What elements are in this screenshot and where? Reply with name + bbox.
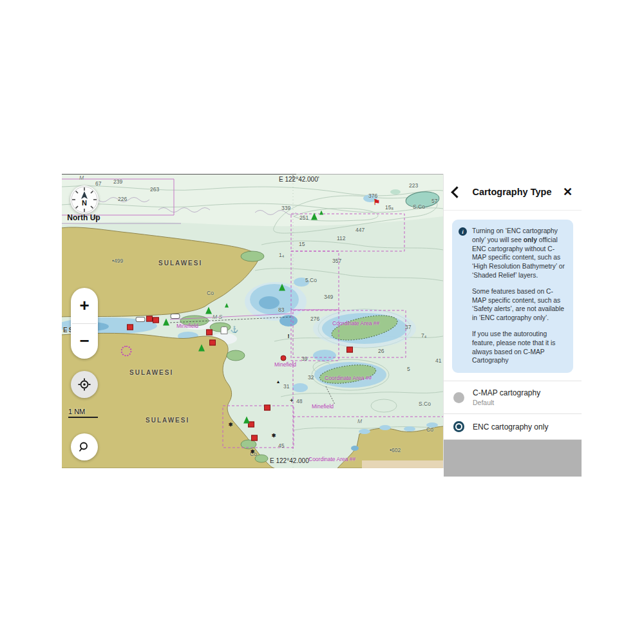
map-label: SULAWESI: [129, 370, 173, 376]
map-label: 57: [431, 198, 437, 204]
map-label: •602: [390, 448, 401, 453]
close-button[interactable]: ✕: [563, 186, 573, 198]
restricted-area-symbol: [121, 346, 132, 357]
map-label: 26: [378, 348, 384, 354]
map-label: 39: [301, 356, 307, 362]
compass-rose[interactable]: N: [70, 185, 99, 214]
map-label: 15: [299, 242, 305, 247]
map-label: 83: [278, 307, 284, 313]
search-icon: [78, 440, 91, 453]
red-buoy: [206, 330, 213, 336]
map-label: M S: [213, 314, 222, 320]
map-label: 263: [150, 187, 159, 193]
info-icon: i: [459, 227, 467, 236]
info-text: Turning on ‘ENC cartography only’ you wi…: [472, 227, 566, 365]
green-buoy: [163, 319, 169, 326]
rock-symbol: ✱: [272, 433, 276, 439]
search-button[interactable]: [71, 433, 98, 460]
scale-label: 1 NM: [68, 408, 85, 415]
green-buoy: [198, 345, 205, 352]
zoom-in-button[interactable]: +: [71, 288, 98, 323]
red-buoy: [264, 405, 270, 411]
map-label: 349: [324, 294, 333, 300]
zoom-out-button[interactable]: −: [71, 324, 98, 359]
rock-symbol: +: [290, 398, 293, 404]
red-buoy: [346, 347, 353, 353]
red-buoy: [153, 317, 159, 323]
option-text: ENC cartography only: [473, 422, 548, 431]
map-label: Minefield: [274, 362, 296, 368]
cartography-options: C-MAP cartographyDefaultENC cartography …: [444, 381, 582, 440]
red-buoy: [127, 325, 133, 330]
map-label: 226: [118, 196, 127, 202]
map-label: 5.Co: [305, 278, 317, 283]
map-label: 15₈: [385, 205, 393, 211]
map-label: 447: [355, 227, 365, 233]
map-label: SULAWESI: [146, 417, 189, 424]
red-buoy: [209, 340, 216, 346]
panel-title: Cartography Type: [461, 187, 563, 197]
caution-symbol: !: [288, 334, 290, 339]
map-label: 1₄: [279, 252, 284, 258]
rock-symbol: ✱: [251, 450, 255, 455]
map-label: E 122°42.000': [279, 176, 319, 183]
map-label: 112: [337, 236, 346, 242]
option-enc-cartography-only[interactable]: ENC cartography only: [444, 414, 582, 440]
map-label: M: [357, 419, 362, 424]
cartography-type-panel: Cartography Type ✕ i Turning on ‘ENC car…: [443, 174, 582, 468]
map-label: SULAWESI: [158, 260, 202, 267]
map-label: M: [79, 175, 84, 181]
map-label: 48: [296, 399, 302, 404]
anchorage-symbol: ⚓: [231, 327, 238, 333]
crosshair-icon: [77, 377, 91, 392]
map-label: Coordinate Area ##: [325, 375, 372, 381]
map-label: 41: [435, 358, 441, 364]
map-label: 339: [281, 205, 290, 211]
rock-symbol: ✱: [229, 422, 233, 428]
map-label: 276: [310, 316, 319, 322]
scale-bar: [68, 417, 98, 418]
map-label: S.Co: [413, 204, 425, 210]
red-buoy: [251, 435, 258, 441]
radio-selected[interactable]: [453, 421, 464, 432]
option-label: ENC cartography only: [473, 422, 548, 431]
gps-locate-button[interactable]: [71, 371, 98, 398]
structure-symbol: [221, 327, 228, 334]
green-buoy: [243, 417, 250, 424]
wreck-symbol: ⚑: [374, 198, 381, 206]
vessel-symbol: [136, 317, 146, 322]
map-scale: 1 NM: [68, 408, 98, 418]
map-label: 45: [278, 443, 284, 449]
chartplotter-app: E 122°42.000'E 122°42.000'SULAWESISULAWE…: [62, 174, 582, 468]
red-mark: [281, 355, 287, 361]
orientation-label: North Up: [67, 214, 100, 223]
map-label: 5: [407, 366, 410, 372]
green-buoy: [279, 284, 285, 291]
panel-header: Cartography Type ✕: [444, 174, 582, 211]
svg-text:N: N: [82, 199, 87, 207]
map-label: Co: [207, 290, 214, 296]
map-label: 7₄: [421, 333, 426, 339]
map-label: E 122°42.000': [270, 458, 310, 464]
radio-unselected[interactable]: [453, 392, 464, 403]
green-buoy: [319, 211, 323, 215]
map-label: Coordinate Area ##: [332, 321, 379, 327]
option-sublabel: Default: [473, 399, 540, 406]
map-label: 37: [405, 325, 411, 330]
map-label: Minefield: [312, 404, 334, 410]
info-box: i Turning on ‘ENC cartography only’ you …: [452, 220, 573, 373]
panel-footer: [444, 440, 582, 477]
map-label: Co: [426, 427, 433, 433]
map-label: 251: [299, 215, 308, 221]
map-label: 223: [409, 183, 418, 189]
map-label: 31: [283, 384, 289, 390]
nautical-chart-map[interactable]: E 122°42.000'E 122°42.000'SULAWESISULAWE…: [62, 174, 443, 468]
vessel-symbol: [171, 314, 180, 319]
green-buoy: [311, 213, 317, 220]
map-label: Minefield: [176, 323, 198, 329]
green-buoy: [205, 307, 212, 314]
map-label: •499: [112, 258, 123, 264]
option-c-map-cartography[interactable]: C-MAP cartographyDefault: [444, 381, 582, 414]
map-label: 357: [332, 258, 341, 264]
map-label: 32: [308, 375, 314, 381]
